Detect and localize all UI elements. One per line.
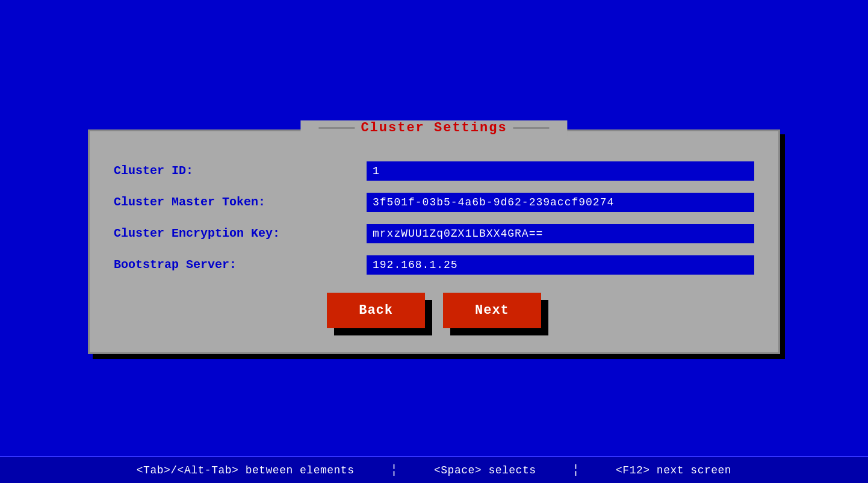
cluster-id-input-label: Cluster ID: bbox=[114, 164, 367, 178]
cluster-encryption-key-input[interactable] bbox=[367, 224, 754, 243]
cluster-id-input[interactable] bbox=[367, 161, 754, 181]
form-area: Cluster ID:Cluster Master Token:Cluster … bbox=[114, 161, 754, 275]
buttons-row: Back Next bbox=[114, 293, 754, 328]
cluster-bootstrap-server-input[interactable] bbox=[367, 255, 754, 275]
status-bar: <Tab>/<Alt-Tab> between elements ¦ <Spac… bbox=[0, 456, 868, 483]
back-button[interactable]: Back bbox=[327, 293, 425, 328]
back-button-wrapper: Back bbox=[327, 293, 425, 328]
status-hint-2: <Space> selects bbox=[434, 464, 536, 476]
status-hint-3: <F12> next screen bbox=[616, 464, 731, 476]
next-button[interactable]: Next bbox=[443, 293, 541, 328]
dialog-title: Cluster Settings bbox=[361, 120, 507, 136]
cluster-encryption-key-input-label: Cluster Encryption Key: bbox=[114, 226, 367, 240]
status-hint-1: <Tab>/<Alt-Tab> between elements bbox=[137, 464, 355, 476]
cluster-bootstrap-server-input-label: Bootstrap Server: bbox=[114, 258, 367, 272]
screen: Cluster Settings Cluster ID:Cluster Mast… bbox=[0, 0, 868, 483]
dialog: Cluster Settings Cluster ID:Cluster Mast… bbox=[88, 129, 780, 354]
form-row-0: Cluster ID: bbox=[114, 161, 754, 181]
cluster-master-token-input-label: Cluster Master Token: bbox=[114, 195, 367, 209]
form-row-1: Cluster Master Token: bbox=[114, 193, 754, 212]
cluster-master-token-input[interactable] bbox=[367, 193, 754, 212]
dialog-title-bar: Cluster Settings bbox=[300, 120, 567, 136]
form-row-3: Bootstrap Server: bbox=[114, 255, 754, 275]
status-divider-1: ¦ bbox=[390, 463, 398, 477]
form-row-2: Cluster Encryption Key: bbox=[114, 224, 754, 243]
next-button-wrapper: Next bbox=[443, 293, 541, 328]
status-divider-2: ¦ bbox=[572, 463, 580, 477]
